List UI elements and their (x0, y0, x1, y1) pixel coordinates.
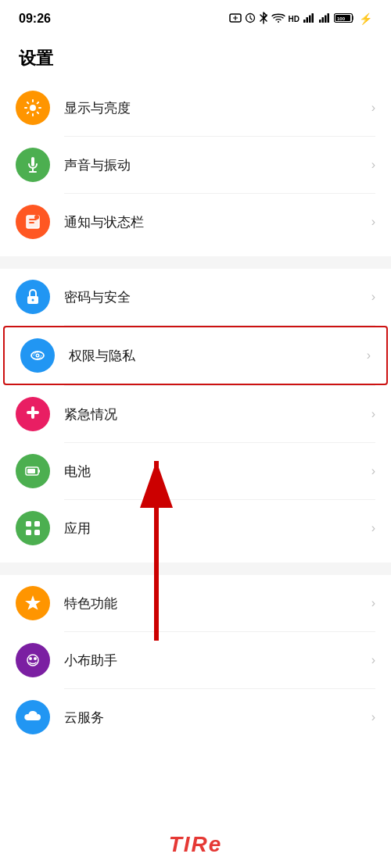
emergency-chevron: › (371, 407, 375, 421)
apps-label: 应用 (64, 520, 365, 538)
settings-list: 显示与亮度 › 声音与振动 › (0, 80, 391, 745)
signal1-icon (303, 13, 315, 25)
emergency-icon-circle (16, 397, 50, 431)
apps-chevron: › (371, 521, 375, 535)
tire-logo: TIRe (169, 832, 223, 857)
cloud-label: 云服务 (64, 709, 365, 727)
settings-item-features[interactable]: 特色功能 › (0, 575, 391, 631)
cloud-chevron: › (371, 710, 375, 724)
svg-rect-23 (27, 469, 35, 473)
settings-item-sound[interactable]: 声音与振动 › (0, 137, 391, 193)
svg-point-18 (32, 299, 34, 302)
svg-rect-3 (307, 17, 309, 23)
features-chevron: › (371, 596, 375, 610)
display-label: 显示与亮度 (64, 99, 365, 117)
battery-chevron: › (371, 464, 375, 478)
settings-item-battery[interactable]: 电池 › (0, 443, 391, 499)
svg-rect-9 (328, 13, 330, 23)
features-label: 特色功能 (64, 595, 365, 613)
svg-rect-6 (319, 20, 321, 23)
cloud-icon-circle (16, 700, 50, 734)
display-icon-circle (16, 91, 50, 125)
hd-icon: HD (289, 15, 300, 23)
settings-group-extra: 特色功能 › 小布助手 › 云 (0, 575, 391, 745)
svg-rect-5 (312, 13, 314, 23)
svg-point-16 (34, 215, 39, 220)
assistant-icon-circle (16, 643, 50, 677)
privacy-label: 权限与隐私 (69, 347, 361, 365)
svg-point-30 (34, 657, 37, 660)
svg-rect-8 (325, 15, 327, 23)
display-chevron: › (371, 101, 375, 115)
apps-icon-circle (16, 511, 50, 545)
settings-item-display[interactable]: 显示与亮度 › (0, 80, 391, 136)
bluetooth-icon (259, 12, 268, 27)
bottom-area: TIRe (0, 821, 391, 868)
sound-chevron: › (371, 158, 375, 172)
svg-text:100: 100 (337, 16, 346, 21)
battery-status-icon: 100 (334, 13, 356, 26)
password-label: 密码与安全 (64, 288, 365, 306)
settings-item-password[interactable]: 密码与安全 › (0, 269, 391, 325)
svg-point-21 (37, 355, 38, 356)
settings-item-apps[interactable]: 应用 › (0, 500, 391, 556)
svg-rect-2 (303, 20, 306, 23)
assistant-label: 小布助手 (64, 652, 365, 670)
privacy-chevron: › (367, 348, 371, 363)
settings-group-security: 密码与安全 › 权限与隐私 › (0, 269, 391, 556)
settings-item-emergency[interactable]: 紧急情况 › (0, 386, 391, 442)
svg-rect-26 (26, 530, 31, 535)
page-title: 设置 (0, 34, 391, 80)
assistant-chevron: › (371, 653, 375, 667)
charging-icon: ⚡ (359, 13, 372, 25)
svg-rect-25 (34, 521, 40, 527)
password-chevron: › (371, 290, 375, 304)
svg-rect-7 (322, 17, 325, 23)
sound-label: 声音与振动 (64, 156, 365, 174)
settings-item-assistant[interactable]: 小布助手 › (0, 632, 391, 688)
notification-label: 通知与状态栏 (64, 213, 365, 231)
privacy-icon-circle (20, 338, 55, 373)
status-bar: 09:26 (0, 0, 391, 34)
notification-chevron: › (371, 215, 375, 229)
status-time: 09:26 (19, 12, 51, 26)
group-divider-1 (0, 256, 391, 269)
settings-item-cloud[interactable]: 云服务 › (0, 689, 391, 745)
clock-icon (245, 13, 256, 26)
notification-icon-circle (16, 205, 50, 239)
settings-item-notification[interactable]: 通知与状态栏 › (0, 194, 391, 250)
wifi-icon (271, 13, 285, 26)
status-icons: HD 100 (229, 12, 372, 27)
svg-rect-24 (26, 521, 31, 527)
emergency-label: 紧急情况 (64, 405, 365, 423)
svg-rect-27 (34, 530, 40, 535)
battery-icon-circle (16, 454, 50, 488)
settings-item-privacy[interactable]: 权限与隐私 › (3, 326, 388, 385)
features-icon-circle (16, 586, 50, 620)
svg-point-29 (29, 657, 32, 660)
password-icon-circle (16, 280, 50, 314)
svg-point-13 (30, 105, 36, 111)
battery-label: 电池 (64, 463, 365, 480)
signal2-icon (318, 13, 331, 25)
group-divider-2 (0, 563, 391, 575)
nfc-icon (229, 12, 242, 27)
sound-icon-circle (16, 148, 50, 182)
settings-group-display: 显示与亮度 › 声音与振动 › (0, 80, 391, 250)
svg-rect-4 (309, 15, 311, 23)
